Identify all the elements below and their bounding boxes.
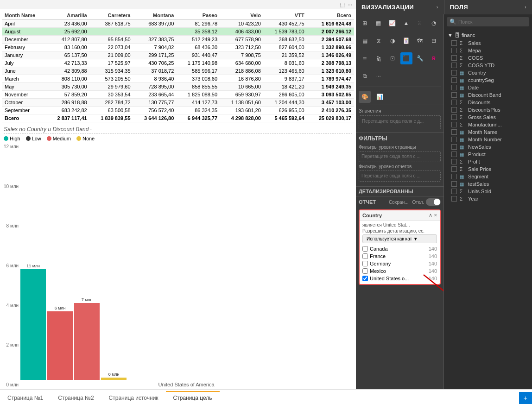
field-checkbox[interactable] bbox=[451, 77, 457, 83]
field-checkbox[interactable] bbox=[451, 63, 457, 68]
field-item-month-number[interactable]: ▦Month Number bbox=[444, 136, 532, 143]
field-item-year[interactable]: ΣYear bbox=[444, 195, 532, 202]
sigma-icon: Σ bbox=[460, 189, 466, 194]
more-icon[interactable]: ··· bbox=[348, 1, 352, 8]
viz-icon-treemap[interactable]: ▤ bbox=[359, 35, 371, 47]
bottom-tab-страница-цель[interactable]: Страница цель bbox=[166, 391, 220, 404]
viz-icon-waterfall[interactable]: ≣ bbox=[359, 52, 371, 64]
page-filter-drop[interactable]: Перетащите сюда поля с ... bbox=[359, 151, 441, 162]
field-checkbox[interactable] bbox=[451, 92, 457, 98]
field-checkbox[interactable] bbox=[451, 85, 457, 90]
field-item-countryseg[interactable]: ▦countrySeg bbox=[444, 76, 532, 84]
field-item-sale-price[interactable]: ΣSale Price bbox=[444, 165, 532, 173]
field-checkbox[interactable] bbox=[451, 174, 457, 179]
total-cell: 25 029 830,17 bbox=[307, 114, 354, 122]
bottom-tab-страница-№2[interactable]: Страница №2 bbox=[51, 391, 101, 404]
viz-icon-r[interactable]: R bbox=[428, 52, 440, 64]
filter-close-icon[interactable]: × bbox=[434, 212, 437, 218]
filter-checkbox[interactable] bbox=[362, 276, 368, 281]
filter-checkbox[interactable] bbox=[362, 246, 368, 252]
viz-icon-layers[interactable]: ⧉ bbox=[359, 70, 371, 82]
field-item-units-sold[interactable]: ΣUnits Sold bbox=[444, 188, 532, 195]
field-checkbox[interactable] bbox=[451, 166, 457, 172]
field-item-manufacturin...[interactable]: ΣManufacturin... bbox=[444, 121, 532, 128]
viz-icon-more[interactable]: ··· bbox=[373, 70, 385, 82]
field-checkbox[interactable] bbox=[451, 48, 457, 53]
field-checkbox[interactable] bbox=[451, 122, 457, 127]
field-item-testsales[interactable]: ▦testSales bbox=[444, 180, 532, 188]
field-item-month-name[interactable]: ▦Month Name bbox=[444, 128, 532, 136]
viz-icon-stacked[interactable]: ⬛ bbox=[400, 52, 412, 64]
field-item-cogs[interactable]: ΣCOGS bbox=[444, 54, 532, 62]
filter-item[interactable]: France140 bbox=[362, 252, 437, 260]
search-input[interactable] bbox=[458, 19, 526, 25]
value-cell: 193 681,20 bbox=[220, 107, 264, 114]
filter-checkbox[interactable] bbox=[362, 253, 368, 259]
bottom-tab-страница-№1[interactable]: Страница №1 bbox=[0, 391, 51, 404]
field-item-segment[interactable]: ▦Segment bbox=[444, 173, 532, 180]
viz-icon-funnel[interactable]: ⧖ bbox=[373, 35, 385, 47]
field-checkbox[interactable] bbox=[451, 137, 457, 142]
bar-rect bbox=[101, 378, 127, 380]
field-checkbox[interactable] bbox=[451, 181, 457, 187]
field-item-мера[interactable]: ΣМера bbox=[444, 47, 532, 54]
analytics-icon[interactable]: 📊 bbox=[374, 91, 386, 103]
field-item-discounts[interactable]: ΣDiscounts bbox=[444, 99, 532, 106]
field-item-discountsplus[interactable]: ΣDiscountsPlus bbox=[444, 106, 532, 114]
value-cell: 626 955,00 bbox=[264, 107, 307, 114]
values-drop-zone[interactable]: Перетащите сюда поля с д... bbox=[359, 115, 441, 129]
viz-icon-slicer[interactable]: ⊡ bbox=[386, 52, 399, 64]
resize-icon[interactable]: ⬚ bbox=[340, 1, 345, 8]
field-item-newsales[interactable]: ▦NewSales bbox=[444, 143, 532, 151]
viz-icon-line[interactable]: 📈 bbox=[386, 17, 399, 29]
viz-icon-matrix[interactable]: ⊟ bbox=[428, 35, 440, 47]
viz-icon-gauge[interactable]: ◑ bbox=[386, 35, 399, 47]
field-group-financ[interactable]: ▼ 🗄 financ bbox=[444, 31, 532, 39]
field-item-date[interactable]: ▦Date bbox=[444, 84, 532, 91]
format-icon[interactable]: 🎨 bbox=[359, 91, 371, 103]
filter-checkbox[interactable] bbox=[362, 268, 368, 274]
fields-panel-header[interactable]: ПОЛЯ › bbox=[444, 0, 532, 14]
field-item-profit[interactable]: ΣProfit bbox=[444, 158, 532, 165]
field-item-gross-sales[interactable]: ΣGross Sales bbox=[444, 114, 532, 121]
field-checkbox[interactable] bbox=[451, 144, 457, 150]
value-cell: 68 436,30 bbox=[177, 44, 220, 51]
viz-icon-table[interactable]: ⊞ bbox=[359, 17, 371, 29]
field-checkbox[interactable] bbox=[451, 129, 457, 135]
report-filter-drop[interactable]: Перетащите сюда поля с ... bbox=[359, 170, 441, 182]
viz-icon-ribbon[interactable]: ⧎ bbox=[373, 52, 385, 64]
filter-type-button[interactable]: Используется как кат ▼ bbox=[362, 234, 437, 243]
viz-icon-area[interactable]: ▲ bbox=[400, 17, 412, 29]
field-item-product[interactable]: ▦Product bbox=[444, 151, 532, 158]
field-type-icon: ▦ bbox=[460, 78, 466, 83]
field-checkbox[interactable] bbox=[451, 114, 457, 120]
filter-item[interactable]: Germany140 bbox=[362, 260, 437, 267]
field-checkbox[interactable] bbox=[451, 55, 457, 61]
field-checkbox[interactable] bbox=[451, 40, 457, 46]
field-item-discount-band[interactable]: ▦Discount Band bbox=[444, 91, 532, 99]
field-checkbox[interactable] bbox=[451, 196, 457, 202]
toggle-control[interactable] bbox=[426, 198, 441, 206]
fields-search: 🔍 bbox=[444, 14, 532, 29]
field-checkbox[interactable] bbox=[451, 100, 457, 105]
filter-checkbox[interactable] bbox=[362, 261, 368, 266]
field-checkbox[interactable] bbox=[451, 159, 457, 164]
add-tab-button[interactable]: + bbox=[519, 392, 532, 404]
filter-collapse-icon[interactable]: ∧ bbox=[429, 212, 432, 218]
field-item-cogs-ytd[interactable]: ΣCOGS YTD bbox=[444, 62, 532, 69]
field-item-sales[interactable]: ΣSales bbox=[444, 39, 532, 47]
viz-icon-combo[interactable]: 🔧 bbox=[414, 52, 426, 64]
filter-item[interactable]: Canada140 bbox=[362, 245, 437, 252]
field-checkbox[interactable] bbox=[451, 152, 457, 157]
field-item-country[interactable]: ▦Country bbox=[444, 69, 532, 76]
bottom-tab-страница-источник[interactable]: Страница источник bbox=[101, 391, 166, 404]
viz-icon-card[interactable]: 🃏 bbox=[400, 35, 412, 47]
field-checkbox[interactable] bbox=[451, 70, 457, 76]
viz-icon-map[interactable]: 🗺 bbox=[414, 35, 426, 47]
viz-panel-header[interactable]: ВИЗУАЛИЗАЦИИ › bbox=[356, 0, 444, 14]
viz-icon-scatter[interactable]: ⁙ bbox=[414, 17, 426, 29]
field-checkbox[interactable] bbox=[451, 189, 457, 194]
viz-icon-bar[interactable]: ▦ bbox=[373, 17, 385, 29]
field-checkbox[interactable] bbox=[451, 107, 457, 113]
viz-icon-pie[interactable]: ◔ bbox=[428, 17, 440, 29]
